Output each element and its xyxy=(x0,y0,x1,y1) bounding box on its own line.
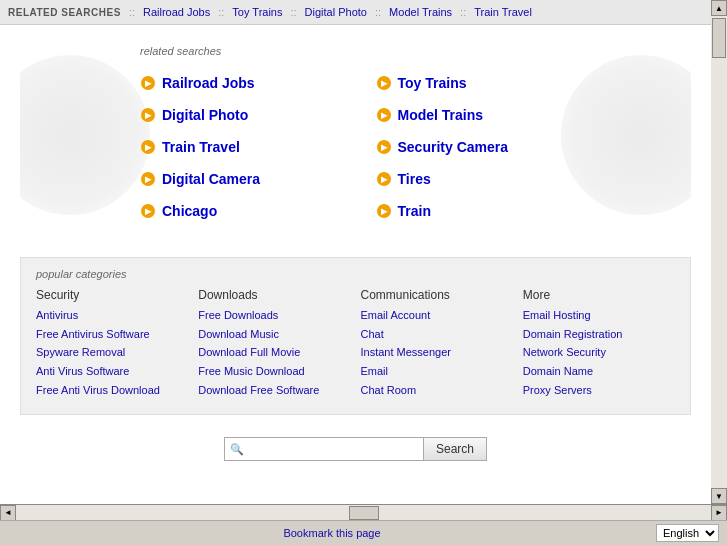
cat-link-email[interactable]: Email xyxy=(361,362,513,381)
list-item: ▶ Train xyxy=(376,195,612,227)
scroll-down-button[interactable]: ▼ xyxy=(711,488,727,504)
col-header-more: More xyxy=(523,288,675,302)
search-link-model-trains[interactable]: Model Trains xyxy=(398,107,484,123)
arrow-icon: ▶ xyxy=(376,75,392,91)
cat-link-download-free-software[interactable]: Download Free Software xyxy=(198,381,350,400)
scroll-thumb[interactable] xyxy=(712,18,726,58)
main-content: related searches ▶ Railroad Jobs ▶ Toy T… xyxy=(0,25,711,489)
cat-link-domain-registration[interactable]: Domain Registration xyxy=(523,325,675,344)
list-item: ▶ Security Camera xyxy=(376,131,612,163)
arrow-icon: ▶ xyxy=(140,203,156,219)
search-link-train-travel[interactable]: Train Travel xyxy=(162,139,240,155)
list-item: ▶ Tires xyxy=(376,163,612,195)
list-item: ▶ Train Travel xyxy=(140,131,376,163)
cat-link-instant-messenger[interactable]: Instant Messenger xyxy=(361,343,513,362)
cat-link-anti-virus-software[interactable]: Anti Virus Software xyxy=(36,362,188,381)
cat-link-email-account[interactable]: Email Account xyxy=(361,306,513,325)
search-icon: 🔍 xyxy=(230,443,244,456)
section-title: related searches xyxy=(140,45,691,57)
search-link-security-camera[interactable]: Security Camera xyxy=(398,139,509,155)
topnav-link-train-travel[interactable]: Train Travel xyxy=(474,6,532,18)
hscroll-track[interactable] xyxy=(16,505,711,521)
cat-link-email-hosting[interactable]: Email Hosting xyxy=(523,306,675,325)
topnav-link-toy-trains[interactable]: Toy Trains xyxy=(232,6,282,18)
categories-grid: Security Antivirus Free Antivirus Softwa… xyxy=(36,288,675,399)
cat-link-download-music[interactable]: Download Music xyxy=(198,325,350,344)
arrow-icon: ▶ xyxy=(140,139,156,155)
cat-link-antivirus[interactable]: Antivirus xyxy=(36,306,188,325)
arrow-icon: ▶ xyxy=(140,171,156,187)
arrow-icon: ▶ xyxy=(376,171,392,187)
arrow-icon: ▶ xyxy=(376,139,392,155)
search-link-digital-camera[interactable]: Digital Camera xyxy=(162,171,260,187)
related-searches-label: RELATED SEARCHES xyxy=(8,7,121,18)
cat-link-free-music-download[interactable]: Free Music Download xyxy=(198,362,350,381)
list-item: ▶ Toy Trains xyxy=(376,67,612,99)
nav-sep-2: :: xyxy=(218,6,224,18)
cat-link-chat[interactable]: Chat xyxy=(361,325,513,344)
category-col-communications: Communications Email Account Chat Instan… xyxy=(361,288,513,399)
horizontal-scrollbar[interactable]: ◄ ► xyxy=(0,504,727,520)
search-link-toy-trains[interactable]: Toy Trains xyxy=(398,75,467,91)
search-link-train[interactable]: Train xyxy=(398,203,431,219)
cat-link-spyware-removal[interactable]: Spyware Removal xyxy=(36,343,188,362)
cat-link-domain-name[interactable]: Domain Name xyxy=(523,362,675,381)
list-item: ▶ Model Trains xyxy=(376,99,612,131)
cat-link-network-security[interactable]: Network Security xyxy=(523,343,675,362)
col-header-communications: Communications xyxy=(361,288,513,302)
cat-link-chat-room[interactable]: Chat Room xyxy=(361,381,513,400)
scroll-track[interactable] xyxy=(711,16,727,488)
search-link-tires[interactable]: Tires xyxy=(398,171,431,187)
language-select[interactable]: English xyxy=(656,524,719,542)
list-item: ▶ Digital Camera xyxy=(140,163,376,195)
category-col-security: Security Antivirus Free Antivirus Softwa… xyxy=(36,288,188,399)
popular-categories-section: popular categories Security Antivirus Fr… xyxy=(20,257,691,415)
popular-categories-title: popular categories xyxy=(36,268,675,280)
topnav-link-model-trains[interactable]: Model Trains xyxy=(389,6,452,18)
scroll-left-button[interactable]: ◄ xyxy=(0,505,16,521)
arrow-icon: ▶ xyxy=(376,107,392,123)
arrow-icon: ▶ xyxy=(140,75,156,91)
list-item: ▶ Chicago xyxy=(140,195,376,227)
related-searches-section: related searches ▶ Railroad Jobs ▶ Toy T… xyxy=(20,35,691,247)
nav-sep-3: :: xyxy=(290,6,296,18)
category-col-more: More Email Hosting Domain Registration N… xyxy=(523,288,675,399)
search-link-digital-photo[interactable]: Digital Photo xyxy=(162,107,248,123)
hscroll-thumb[interactable] xyxy=(349,506,379,520)
search-input[interactable] xyxy=(224,437,424,461)
search-link-chicago[interactable]: Chicago xyxy=(162,203,217,219)
arrow-icon: ▶ xyxy=(376,203,392,219)
bottom-status-bar: Bookmark this page English xyxy=(0,520,727,545)
scroll-up-button[interactable]: ▲ xyxy=(711,0,727,16)
list-item: ▶ Railroad Jobs xyxy=(140,67,376,99)
cat-link-free-antivirus-software[interactable]: Free Antivirus Software xyxy=(36,325,188,344)
arrow-icon: ▶ xyxy=(140,107,156,123)
bookmark-link[interactable]: Bookmark this page xyxy=(283,527,380,539)
topnav-link-digital-photo[interactable]: Digital Photo xyxy=(305,6,367,18)
nav-sep-5: :: xyxy=(460,6,466,18)
col-header-downloads: Downloads xyxy=(198,288,350,302)
nav-sep-4: :: xyxy=(375,6,381,18)
search-link-railroad-jobs[interactable]: Railroad Jobs xyxy=(162,75,255,91)
cat-link-free-anti-virus-download[interactable]: Free Anti Virus Download xyxy=(36,381,188,400)
circle-left-decoration xyxy=(20,55,150,215)
search-button[interactable]: Search xyxy=(424,437,487,461)
vertical-scrollbar[interactable]: ▲ ▼ xyxy=(711,0,727,504)
cat-link-free-downloads[interactable]: Free Downloads xyxy=(198,306,350,325)
top-nav-bar: RELATED SEARCHES :: Railroad Jobs :: Toy… xyxy=(0,0,711,25)
category-col-downloads: Downloads Free Downloads Download Music … xyxy=(198,288,350,399)
search-links-grid: ▶ Railroad Jobs ▶ Toy Trains ▶ Digital P… xyxy=(140,67,611,227)
topnav-link-railroad-jobs[interactable]: Railroad Jobs xyxy=(143,6,210,18)
nav-sep-1: :: xyxy=(129,6,135,18)
col-header-security: Security xyxy=(36,288,188,302)
scroll-right-button[interactable]: ► xyxy=(711,505,727,521)
cat-link-proxy-servers[interactable]: Proxy Servers xyxy=(523,381,675,400)
search-input-wrapper: 🔍 xyxy=(224,437,424,461)
search-bar-area: 🔍 Search xyxy=(20,425,691,469)
list-item: ▶ Digital Photo xyxy=(140,99,376,131)
cat-link-download-full-movie[interactable]: Download Full Movie xyxy=(198,343,350,362)
